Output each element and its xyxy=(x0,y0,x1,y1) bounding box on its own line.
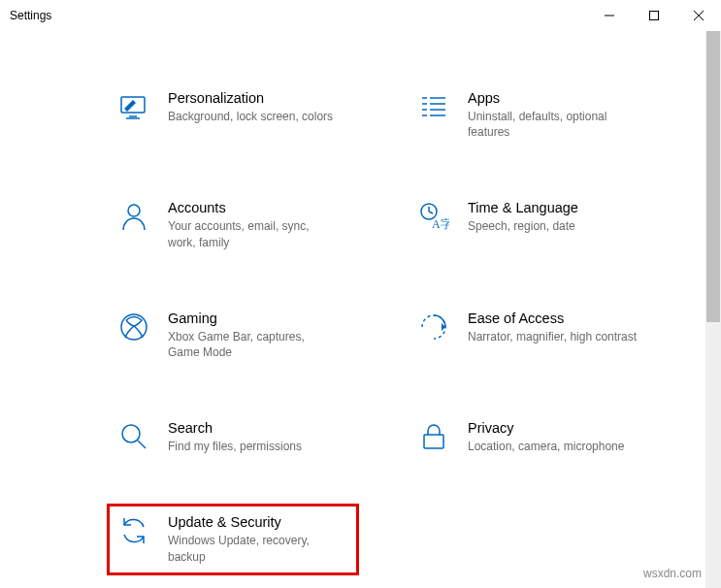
category-desc: Your accounts, email, sync, work, family xyxy=(168,218,338,249)
category-desc: Background, lock screen, colors xyxy=(168,109,333,124)
svg-point-15 xyxy=(128,205,140,216)
window-title: Settings xyxy=(10,9,51,22)
ease-of-access-icon xyxy=(417,310,450,343)
category-title: Time & Language xyxy=(468,200,578,215)
category-title: Apps xyxy=(468,90,638,106)
category-personalization[interactable]: Personalization Background, lock screen,… xyxy=(112,84,354,146)
maximize-button[interactable] xyxy=(632,0,676,31)
category-ease-of-access[interactable]: Ease of Access Narrator, magnifier, high… xyxy=(411,305,654,366)
scrollbar-thumb[interactable] xyxy=(706,31,720,322)
category-desc: Xbox Game Bar, captures, Game Mode xyxy=(168,329,338,360)
category-privacy[interactable]: Privacy Location, camera, microphone xyxy=(411,414,654,460)
svg-text:A字: A字 xyxy=(432,217,449,231)
close-icon xyxy=(694,11,704,20)
category-title: Update & Security xyxy=(168,514,338,530)
update-security-icon xyxy=(117,514,150,547)
scrollbar[interactable] xyxy=(705,31,721,588)
category-title: Gaming xyxy=(168,310,338,326)
category-apps[interactable]: Apps Uninstall, defaults, optional featu… xyxy=(411,84,654,146)
category-title: Privacy xyxy=(468,420,624,436)
titlebar: Settings xyxy=(0,0,721,31)
category-title: Ease of Access xyxy=(468,310,637,326)
gaming-icon xyxy=(117,310,150,343)
category-gaming[interactable]: Gaming Xbox Game Bar, captures, Game Mod… xyxy=(112,305,354,366)
category-desc: Speech, region, date xyxy=(468,218,578,234)
accounts-icon xyxy=(117,200,150,233)
titlebar-controls xyxy=(587,0,721,31)
privacy-icon xyxy=(417,420,450,453)
category-accounts[interactable]: Accounts Your accounts, email, sync, wor… xyxy=(112,194,354,255)
svg-line-18 xyxy=(429,212,433,213)
category-desc: Find my files, permissions xyxy=(168,439,302,454)
time-language-icon: A字 xyxy=(417,200,450,233)
category-title: Search xyxy=(168,420,302,436)
category-search[interactable]: Search Find my files, permissions xyxy=(112,414,354,460)
minimize-icon xyxy=(605,11,614,20)
category-desc: Narrator, magnifier, high contrast xyxy=(468,329,637,344)
category-update-security[interactable]: Update & Security Windows Update, recove… xyxy=(112,508,354,570)
personalization-icon xyxy=(117,90,150,123)
content-area: Personalization Background, lock screen,… xyxy=(0,31,721,588)
close-button[interactable] xyxy=(676,0,721,31)
category-time-language[interactable]: A字 Time & Language Speech, region, date xyxy=(411,194,654,255)
svg-rect-24 xyxy=(424,435,443,448)
svg-rect-1 xyxy=(650,12,659,20)
svg-point-22 xyxy=(122,425,140,442)
category-title: Personalization xyxy=(168,90,333,106)
maximize-icon xyxy=(649,11,659,20)
category-desc: Location, camera, microphone xyxy=(468,439,624,454)
svg-line-23 xyxy=(138,441,146,448)
svg-point-20 xyxy=(121,314,147,340)
minimize-button[interactable] xyxy=(587,0,632,31)
category-desc: Windows Update, recovery, backup xyxy=(168,533,338,564)
category-title: Accounts xyxy=(168,200,338,215)
search-icon xyxy=(117,420,150,453)
category-desc: Uninstall, defaults, optional features xyxy=(468,109,638,140)
watermark: wsxdn.com xyxy=(643,567,702,580)
categories-grid: Personalization Background, lock screen,… xyxy=(0,31,721,588)
apps-icon xyxy=(417,90,450,123)
